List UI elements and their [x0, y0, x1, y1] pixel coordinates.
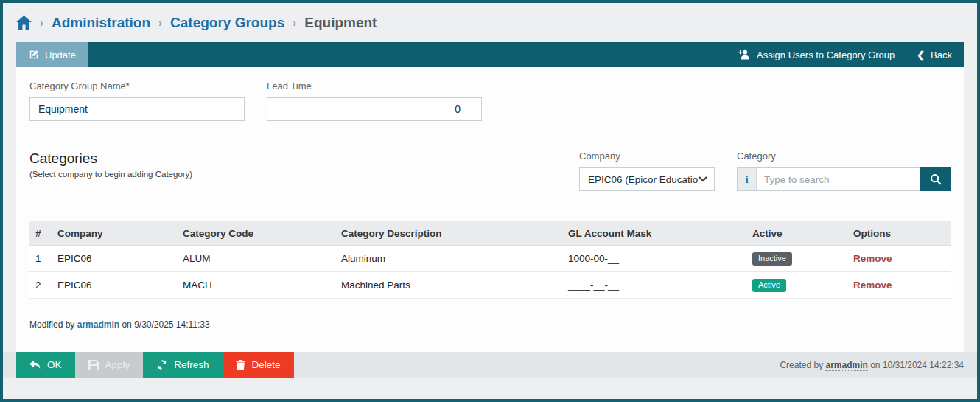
toolbar-right-group: Assign Users to Category Group ❮ Back — [738, 42, 964, 67]
breadcrumb-administration[interactable]: Administration — [52, 15, 150, 31]
delete-button-label: Delete — [252, 359, 281, 370]
apply-button[interactable]: Apply — [75, 352, 144, 378]
company-select[interactable]: EPIC06 (Epicor Education — [579, 167, 715, 191]
table-row: 1 EPIC06 ALUM Aluminum 1000-00-__ Inacti… — [29, 246, 951, 272]
category-group-name-input[interactable] — [29, 97, 245, 121]
company-field: Company EPIC06 (Epicor Education — [579, 150, 715, 191]
remove-link[interactable]: Remove — [853, 253, 892, 264]
categories-table: # Company Category Code Category Descrip… — [29, 221, 951, 299]
app-window: › Administration › Category Groups › Equ… — [0, 0, 980, 402]
chevron-left-icon: ❮ — [917, 49, 925, 60]
delete-button[interactable]: Delete — [223, 352, 294, 378]
header-company: Company — [52, 221, 177, 246]
trash-icon — [236, 360, 245, 370]
categories-section-header: Categories (Select company to begin addi… — [29, 150, 951, 191]
table-row: 2 EPIC06 MACH Machined Parts ____-__-__ … — [29, 272, 951, 299]
category-search-field: Category i — [737, 150, 951, 191]
chevron-down-icon — [699, 176, 707, 182]
cell-gl-account-mask: 1000-00-__ — [562, 246, 746, 272]
home-icon[interactable] — [16, 15, 32, 30]
cell-num: 2 — [29, 272, 52, 299]
cell-category-description: Aluminum — [335, 246, 562, 272]
header-category-code: Category Code — [177, 221, 335, 246]
lead-time-label: Lead Time — [267, 80, 482, 91]
content-panel: Category Group Name* Lead Time Categorie… — [16, 67, 964, 352]
assign-users-label: Assign Users to Category Group — [757, 49, 895, 60]
header-active: Active — [746, 221, 847, 246]
save-icon — [88, 360, 99, 370]
ok-button[interactable]: OK — [16, 352, 75, 378]
info-icon: i — [738, 168, 757, 190]
remove-link[interactable]: Remove — [853, 280, 892, 291]
breadcrumb: › Administration › Category Groups › Equ… — [3, 3, 977, 42]
created-prefix: Created by — [780, 360, 823, 370]
created-by-line: Created by armadmin on 10/31/2024 14:22:… — [780, 360, 977, 370]
footer-toolbar: OK Apply Refresh Delete Created by armad… — [3, 352, 977, 378]
top-toolbar: Update Assign Users to Category Group ❮ … — [16, 42, 964, 67]
category-search-group: i — [737, 167, 951, 191]
cell-num: 1 — [29, 246, 52, 272]
breadcrumb-current-equipment: Equipment — [304, 15, 377, 31]
assign-users-button[interactable]: Assign Users to Category Group — [738, 49, 895, 60]
categories-title: Categories — [29, 150, 192, 167]
created-user: armadmin — [825, 360, 867, 371]
header-gl-account-mask: GL Account Mask — [562, 221, 746, 246]
header-options: Options — [847, 221, 951, 246]
category-group-name-label: Category Group Name* — [29, 80, 245, 91]
apply-button-label: Apply — [105, 359, 130, 370]
cell-company: EPIC06 — [52, 272, 177, 299]
cell-company: EPIC06 — [52, 246, 177, 272]
header-num: # — [29, 221, 52, 246]
company-label: Company — [579, 150, 715, 162]
lead-time-field: Lead Time — [267, 80, 482, 121]
breadcrumb-separator: › — [293, 16, 296, 29]
update-button[interactable]: Update — [16, 42, 88, 67]
modified-datetime: 9/30/2025 14:11:33 — [134, 319, 210, 330]
category-group-name-field: Category Group Name* — [29, 80, 245, 121]
lead-time-input[interactable] — [267, 97, 482, 121]
person-plus-icon — [738, 49, 751, 60]
header-category-description: Category Description — [335, 221, 562, 246]
categories-controls: Company EPIC06 (Epicor Education Categor… — [579, 150, 951, 191]
undo-arrow-icon — [29, 360, 41, 370]
categories-heading-block: Categories (Select company to begin addi… — [29, 150, 192, 179]
category-search-input[interactable] — [757, 168, 921, 190]
modified-middle: on — [122, 319, 131, 330]
created-datetime: 10/31/2024 14:22:34 — [883, 360, 964, 370]
cell-category-code: ALUM — [177, 246, 335, 272]
cell-gl-account-mask: ____-__-__ — [562, 272, 746, 299]
search-button[interactable] — [920, 167, 951, 191]
modified-by-line: Modified by armadmin on 9/30/2025 14:11:… — [29, 319, 951, 330]
status-badge-active: Active — [752, 279, 786, 292]
edit-pencil-icon — [29, 49, 39, 60]
categories-subtitle: (Select company to begin adding Category… — [29, 170, 192, 179]
created-middle: on — [870, 360, 880, 370]
cell-category-description: Machined Parts — [335, 272, 562, 299]
form-row: Category Group Name* Lead Time — [29, 80, 951, 121]
back-button[interactable]: ❮ Back — [917, 49, 952, 60]
update-button-label: Update — [45, 49, 76, 60]
cell-category-code: MACH — [177, 272, 335, 299]
refresh-button[interactable]: Refresh — [143, 352, 222, 378]
back-button-label: Back — [931, 49, 952, 60]
status-badge-inactive: Inactive — [752, 252, 792, 266]
category-label: Category — [737, 150, 951, 162]
search-icon — [930, 173, 942, 185]
company-selected-value: EPIC06 (Epicor Education — [588, 174, 699, 185]
modified-user-link[interactable]: armadmin — [77, 319, 119, 330]
modified-prefix: Modified by — [29, 319, 74, 330]
table-header-row: # Company Category Code Category Descrip… — [29, 221, 951, 246]
refresh-icon — [156, 359, 167, 370]
required-asterisk: * — [126, 80, 130, 91]
breadcrumb-category-groups[interactable]: Category Groups — [170, 15, 284, 31]
refresh-button-label: Refresh — [174, 359, 209, 370]
breadcrumb-separator: › — [40, 16, 43, 29]
ok-button-label: OK — [47, 359, 62, 370]
breadcrumb-separator: › — [158, 16, 162, 29]
